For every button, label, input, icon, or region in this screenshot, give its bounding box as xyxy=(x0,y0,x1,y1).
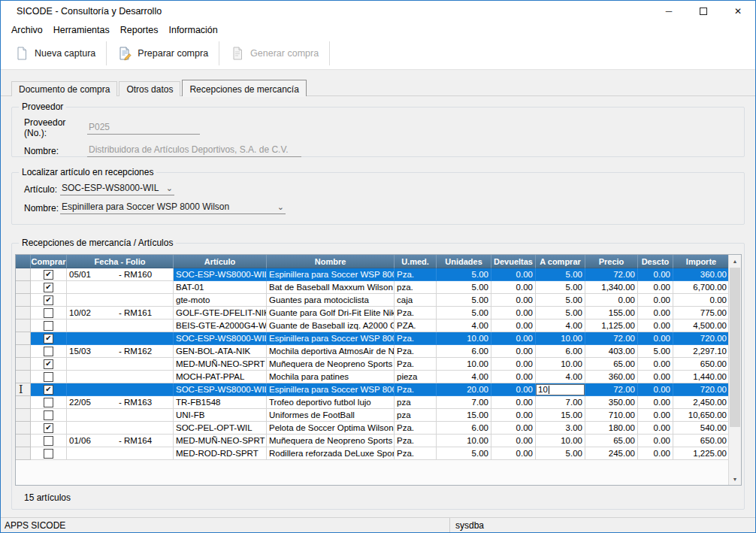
cell-precio[interactable]: 65.00 xyxy=(585,358,638,371)
cell-acomprar[interactable]: 15.00 xyxy=(536,409,585,422)
cell-importe[interactable]: 775.00 xyxy=(673,307,730,319)
cell-comprar[interactable]: ✔ xyxy=(31,422,67,435)
cell-descto[interactable]: 0.00 xyxy=(638,281,673,294)
cell-precio[interactable]: 180.00 xyxy=(585,422,638,435)
cell-devueltas[interactable]: 0.00 xyxy=(491,332,536,345)
cell-descto[interactable]: 0.00 xyxy=(638,447,673,460)
menu-archivo[interactable]: Archivo xyxy=(6,25,48,35)
comprar-checkbox[interactable] xyxy=(44,372,53,382)
cell-nombre[interactable]: Espinillera para Soccer WSP 8000 Wils xyxy=(267,332,395,345)
cell-importe[interactable]: 1,440.00 xyxy=(673,371,730,383)
column-header-10[interactable]: Descto xyxy=(638,255,673,268)
cell-importe[interactable]: 650.00 xyxy=(673,435,730,447)
cell-umed[interactable]: Pza. xyxy=(395,447,437,460)
comprar-checkbox[interactable]: ✔ xyxy=(44,283,53,292)
cell-importe[interactable]: 4,500.00 xyxy=(673,319,730,332)
proveedor-nombre-field[interactable]: Distribuidora de Artículos Deportivos, S… xyxy=(87,144,301,157)
comprar-checkbox[interactable] xyxy=(44,347,53,356)
cell-nombre[interactable]: Muñequera de Neopreno Sports xyxy=(267,358,395,371)
comprar-checkbox[interactable]: ✔ xyxy=(44,359,53,369)
cell-comprar[interactable] xyxy=(31,371,67,383)
cell-umed[interactable]: PZA. xyxy=(395,319,437,332)
cell-descto[interactable]: 0.00 xyxy=(638,319,673,332)
column-header-6[interactable]: Unidades xyxy=(437,255,491,268)
tab-otros-datos[interactable]: Otros datos xyxy=(119,81,180,96)
cell-fecha-folio[interactable] xyxy=(67,422,174,435)
cell-comprar[interactable] xyxy=(31,435,67,447)
column-header-4[interactable]: Nombre xyxy=(267,255,395,268)
cell-unidades[interactable]: 4.00 xyxy=(437,371,491,383)
cell-importe[interactable]: 360.00 xyxy=(673,268,730,281)
comprar-checkbox[interactable]: ✔ xyxy=(44,295,53,305)
cell-articulo[interactable]: gte-moto xyxy=(174,294,267,307)
cell-fecha-folio[interactable] xyxy=(67,383,174,396)
cell-nombre[interactable]: Uniformes de FootBall xyxy=(267,409,395,422)
cell-acomprar[interactable]: 5.00 xyxy=(536,281,585,294)
row-indicator[interactable]: I xyxy=(16,383,31,396)
cell-importe[interactable]: 10,650.00 xyxy=(673,409,730,422)
cell-devueltas[interactable]: 0.00 xyxy=(491,281,536,294)
scroll-up-arrow[interactable]: ▲ xyxy=(729,255,741,267)
cell-umed[interactable]: Pza. xyxy=(395,383,437,396)
cell-fecha-folio[interactable] xyxy=(67,447,174,460)
comprar-checkbox[interactable] xyxy=(44,308,53,318)
cell-descto[interactable]: 0.00 xyxy=(638,409,673,422)
cell-nombre[interactable]: Espinillera para Soccer WSP 8000 Wils xyxy=(267,268,395,281)
row-indicator[interactable] xyxy=(16,281,31,294)
cell-devueltas[interactable]: 0.00 xyxy=(491,409,536,422)
cell-unidades[interactable]: 6.00 xyxy=(437,345,491,358)
cell-unidades[interactable]: 10.00 xyxy=(437,358,491,371)
close-button[interactable]: ✕ xyxy=(721,1,755,22)
row-indicator[interactable] xyxy=(16,345,31,358)
cell-devueltas[interactable]: 0.00 xyxy=(491,422,536,435)
cell-acomprar[interactable]: 7.00 xyxy=(536,396,585,409)
row-indicator[interactable] xyxy=(16,307,31,319)
cell-importe[interactable]: 2,450.00 xyxy=(673,396,730,409)
row-indicator[interactable] xyxy=(16,422,31,435)
cell-comprar[interactable]: ✔ xyxy=(31,332,67,345)
cell-articulo[interactable]: BEIS-GTE-A2000G4-WIL xyxy=(174,319,267,332)
cell-precio[interactable]: 360.00 xyxy=(585,371,638,383)
cell-importe[interactable]: 1,225.00 xyxy=(673,447,730,460)
cell-fecha-folio[interactable] xyxy=(67,409,174,422)
row-indicator[interactable] xyxy=(16,294,31,307)
cell-importe[interactable]: 0.00 xyxy=(673,294,730,307)
cell-comprar[interactable]: ✔ xyxy=(31,294,67,307)
cell-fecha-folio[interactable]: 22/05- RM163 xyxy=(67,396,174,409)
cell-fecha-folio[interactable] xyxy=(67,319,174,332)
cell-devueltas[interactable]: 0.00 xyxy=(491,294,536,307)
cell-descto[interactable]: 0.00 xyxy=(638,435,673,447)
column-header-7[interactable]: Devueltas xyxy=(491,255,536,268)
column-header-2[interactable]: Fecha - Folio xyxy=(67,255,174,268)
cell-fecha-folio[interactable] xyxy=(67,281,174,294)
row-indicator[interactable] xyxy=(16,332,31,345)
cell-unidades[interactable]: 5.00 xyxy=(437,447,491,460)
chevron-down-icon[interactable]: ⌄ xyxy=(166,184,173,192)
minimize-button[interactable]: ─ xyxy=(652,1,686,22)
cell-comprar[interactable] xyxy=(31,409,67,422)
cell-articulo[interactable]: MOCH-PAT-PPAL xyxy=(174,371,267,383)
cell-descto[interactable]: 0.00 xyxy=(638,294,673,307)
comprar-checkbox[interactable] xyxy=(44,449,53,459)
column-header-8[interactable]: A comprar xyxy=(536,255,585,268)
column-header-3[interactable]: Artículo xyxy=(174,255,267,268)
cell-devueltas[interactable]: 0.00 xyxy=(491,358,536,371)
cell-umed[interactable]: Pza. xyxy=(395,345,437,358)
cell-articulo[interactable]: TR-FB1548 xyxy=(174,396,267,409)
cell-acomprar[interactable]: 5.00 xyxy=(536,447,585,460)
comprar-checkbox[interactable]: ✔ xyxy=(44,334,53,344)
cell-unidades[interactable]: 20.00 xyxy=(437,383,491,396)
nombre-combobox[interactable]: Espinillera para Soccer WSP 8000 Wilson … xyxy=(60,201,286,214)
cell-precio[interactable]: 403.00 xyxy=(585,345,638,358)
comprar-checkbox[interactable]: ✔ xyxy=(44,270,53,280)
cell-fecha-folio[interactable] xyxy=(67,358,174,371)
cell-acomprar[interactable]: 10.00 xyxy=(536,435,585,447)
cell-devueltas[interactable]: 0.00 xyxy=(491,345,536,358)
column-header-5[interactable]: U.med. xyxy=(395,255,437,268)
cell-devueltas[interactable]: 0.00 xyxy=(491,371,536,383)
cell-precio[interactable]: 0.00 xyxy=(585,294,638,307)
cell-fecha-folio[interactable] xyxy=(67,371,174,383)
cell-fecha-folio[interactable]: 01/06- RM164 xyxy=(67,435,174,447)
cell-comprar[interactable]: ✔ xyxy=(31,281,67,294)
cell-nombre[interactable]: Bat de Baseball Maxxum Wilson xyxy=(267,281,395,294)
